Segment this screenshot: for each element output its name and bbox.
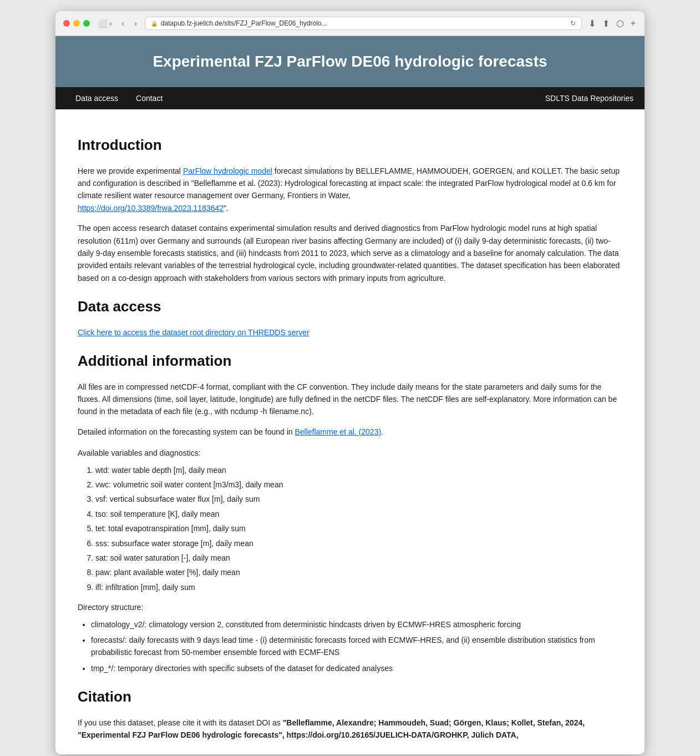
main-content: Introduction Here we provide experimenta… (55, 109, 645, 754)
variables-list: wtd: water table depth [m], daily mean v… (95, 464, 622, 594)
list-item: sat: soil water saturation [-], daily me… (95, 552, 622, 564)
list-item: tmp_*/: temporary directories with speci… (91, 662, 622, 674)
list-item: tet: total evapotranspiration [mm], dail… (95, 522, 622, 535)
parflow-model-link[interactable]: ParFlow hydrologic model (183, 167, 272, 175)
list-item: sss: subsurface water storage [m], daily… (95, 537, 622, 550)
list-item: vsf: vertical subsurface water flux [m],… (95, 493, 622, 505)
list-item: wtd: water table depth [m], daily mean (95, 464, 622, 476)
nav-contact[interactable]: Contact (127, 87, 171, 109)
citation-text-before: If you use this dataset, please cite it … (78, 718, 283, 727)
intro-paragraph-2: The open access research dataset contain… (78, 222, 622, 284)
list-item: forecasts/: daily forecasts with 9 days … (91, 634, 622, 659)
intro-paragraph-1: Here we provide experimental ParFlow hyd… (78, 165, 622, 215)
thredds-link[interactable]: Click here to access the dataset root di… (78, 328, 310, 337)
lock-icon: 🔒 (151, 21, 158, 27)
directory-list: climatology_v2/: climatology version 2, … (91, 618, 622, 675)
variables-label: Available variables and diagnostics: (78, 447, 622, 459)
belleflamme-text-end: . (381, 427, 383, 436)
download-button[interactable]: ⬇ (587, 17, 597, 30)
copy-window-button[interactable]: ⬡ (615, 17, 625, 30)
sidebar-toggle-button[interactable]: ⬜ › (95, 18, 114, 29)
citation-paragraph: If you use this dataset, please cite it … (78, 717, 622, 742)
minimize-button[interactable] (73, 20, 80, 27)
navigation: Data access Contact SDLTS Data Repositor… (55, 87, 645, 109)
forward-button[interactable]: › (132, 18, 139, 29)
introduction-heading: Introduction (78, 134, 622, 157)
page-title: Experimental FZJ ParFlow DE06 hydrologic… (67, 53, 633, 70)
doi-link[interactable]: https://doi.org/10.3389/frwa.2023.118364… (78, 204, 224, 213)
back-button[interactable]: ‹ (120, 18, 127, 29)
belleflamme-text-before: Detailed information on the forecasting … (78, 427, 295, 436)
list-item: ifl: infiltration [mm], daily sum (95, 581, 622, 593)
intro-paragraph-1-end: ". (224, 204, 229, 213)
intro-text-before: Here we provide experimental (78, 167, 183, 175)
citation-heading: Citation (78, 686, 622, 709)
page-header: Experimental FZJ ParFlow DE06 hydrologic… (55, 36, 645, 87)
additional-info-heading: Additional information (78, 350, 622, 373)
list-item: vwc: volumetric soil water content [m3/m… (95, 478, 622, 491)
list-item: climatology_v2/: climatology version 2, … (91, 618, 622, 631)
data-access-heading: Data access (78, 295, 622, 319)
maximize-button[interactable] (83, 20, 90, 27)
url-text: datapub.fz-juelich.de/slts/FZJ_ParFlow_D… (161, 19, 327, 27)
share-button[interactable]: ⬆ (601, 17, 611, 30)
directory-label: Directory structure: (78, 601, 622, 613)
nav-data-access[interactable]: Data access (67, 87, 127, 109)
reload-icon[interactable]: ↻ (570, 19, 576, 27)
address-bar[interactable]: 🔒 datapub.fz-juelich.de/slts/FZJ_ParFlow… (145, 17, 582, 30)
new-tab-button[interactable]: + (630, 17, 637, 29)
belleflamme-link[interactable]: Belleflamme et al. (2023) (295, 427, 381, 436)
additional-info-paragraph-2: Detailed information on the forecasting … (78, 426, 622, 438)
list-item: paw: plant available water [%], daily me… (95, 566, 622, 578)
additional-info-paragraph-1: All files are in compressed netCDF-4 for… (78, 381, 622, 418)
nav-right-text: SDLTS Data Repositories (545, 87, 633, 109)
close-button[interactable] (63, 20, 70, 27)
list-item: tso: soil temperature [K], daily mean (95, 508, 622, 520)
